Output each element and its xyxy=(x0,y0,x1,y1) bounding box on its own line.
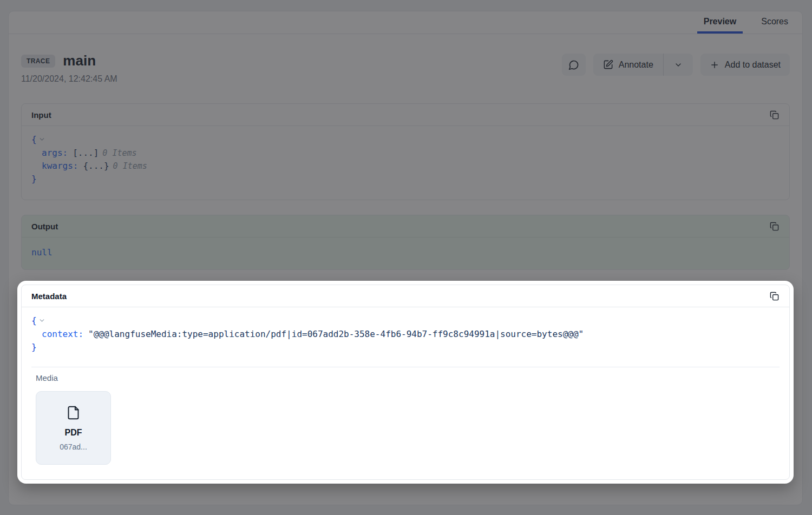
json-key: args: xyxy=(42,148,68,158)
copy-metadata-button[interactable] xyxy=(765,287,783,305)
json-close-brace: } xyxy=(31,174,37,184)
media-section: Media PDF 067ad... xyxy=(31,367,780,479)
add-to-dataset-label: Add to dataset xyxy=(725,60,781,70)
message-circle-icon xyxy=(568,60,579,70)
trace-header: TRACE main 11/20/2024, 12:42:45 AM xyxy=(21,52,790,84)
json-collapsed-value[interactable]: [...] xyxy=(73,148,99,158)
output-panel: Output null xyxy=(21,215,790,270)
output-panel-title: Output xyxy=(31,222,58,231)
output-null-value: null xyxy=(31,247,53,258)
json-open-brace: { xyxy=(31,315,37,326)
json-key: context: xyxy=(42,329,83,339)
square-pen-icon xyxy=(603,60,613,70)
trace-badge: TRACE xyxy=(21,55,55,68)
metadata-panel-title: Metadata xyxy=(31,292,67,301)
json-string-value: "@@@langfuseMedia:type=application/pdf|i… xyxy=(88,329,584,339)
tab-bar: Preview Scores xyxy=(9,11,802,34)
metadata-json-viewer: { context:"@@@langfuseMedia:type=applica… xyxy=(22,307,789,357)
copy-icon xyxy=(770,222,779,231)
comment-button[interactable] xyxy=(562,54,586,76)
json-collapsed-value[interactable]: {...} xyxy=(83,161,109,171)
media-section-label: Media xyxy=(36,373,775,382)
json-close-brace: } xyxy=(31,342,37,352)
copy-icon xyxy=(770,110,779,120)
media-file-id: 067ad... xyxy=(60,443,87,451)
json-open-brace: { xyxy=(31,134,37,144)
json-key: kwargs: xyxy=(42,161,78,171)
json-item-count: 0 Items xyxy=(102,148,136,158)
tab-preview[interactable]: Preview xyxy=(697,11,743,34)
input-panel-title: Input xyxy=(31,110,51,120)
annotate-label: Annotate xyxy=(619,60,653,70)
page-title: main xyxy=(63,52,96,69)
trace-identity: TRACE main 11/20/2024, 12:42:45 AM xyxy=(21,52,117,84)
input-json-viewer: { args:[...]0 Items kwargs:{...}0 Items … xyxy=(22,126,789,200)
json-row-context: context:"@@@langfuseMedia:type=applicati… xyxy=(31,328,780,341)
metadata-spotlight-ring: Metadata { context:"@@@langfuseMedia:typ… xyxy=(17,281,794,484)
pdf-media-card[interactable]: PDF 067ad... xyxy=(36,391,111,465)
trace-timestamp: 11/20/2024, 12:42:45 AM xyxy=(21,74,117,84)
trace-content: TRACE main 11/20/2024, 12:42:45 AM xyxy=(9,52,802,484)
media-file-type: PDF xyxy=(65,428,82,438)
trace-detail-card: Preview Scores TRACE main 11/20/2024, 12… xyxy=(8,11,803,505)
chevron-down-icon xyxy=(674,61,683,69)
plus-icon xyxy=(710,60,719,70)
copy-input-button[interactable] xyxy=(765,106,783,123)
annotate-button[interactable]: Annotate xyxy=(593,54,663,76)
json-item-count: 0 Items xyxy=(113,161,147,171)
input-panel: Input { args:[...]0 Items kwargs:{...}0 … xyxy=(21,103,790,200)
json-row-kwargs: kwargs:{...}0 Items xyxy=(31,160,780,173)
json-row-args: args:[...]0 Items xyxy=(31,147,780,160)
collapse-toggle-icon[interactable] xyxy=(38,135,45,145)
file-icon xyxy=(66,405,81,421)
copy-output-button[interactable] xyxy=(765,217,783,235)
annotate-dropdown-button[interactable] xyxy=(664,54,693,76)
annotate-button-group: Annotate xyxy=(593,54,693,76)
copy-icon xyxy=(770,292,779,301)
metadata-panel: Metadata { context:"@@@langfuseMedia:typ… xyxy=(21,285,790,480)
output-json-viewer: null xyxy=(22,237,789,269)
trace-actions: Annotate Add to dataset xyxy=(562,54,790,76)
add-to-dataset-button[interactable]: Add to dataset xyxy=(700,54,790,76)
collapse-toggle-icon[interactable] xyxy=(38,316,45,326)
tab-scores[interactable]: Scores xyxy=(755,11,795,34)
